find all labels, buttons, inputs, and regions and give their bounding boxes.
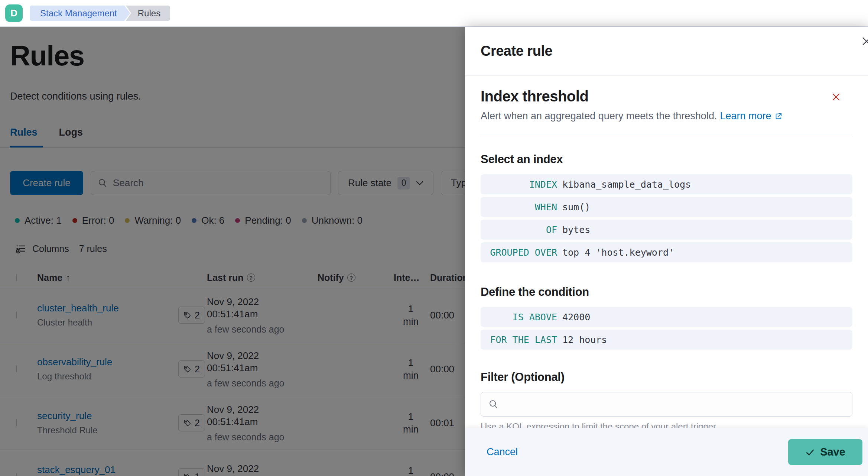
expression-value: bytes [562, 224, 590, 235]
breadcrumb: Stack Management Rules [30, 6, 170, 21]
flyout-close-icon[interactable] [861, 35, 868, 47]
external-link-icon [774, 112, 783, 120]
breadcrumb-stack-management[interactable]: Stack Management [30, 6, 130, 21]
create-rule-flyout: Create rule Index threshold Alert when a… [465, 27, 868, 476]
expression-value: top 4 'host.keyword' [562, 247, 674, 258]
expression-when[interactable]: WHEN sum() [481, 197, 852, 217]
flyout-header: Create rule [465, 27, 868, 75]
expression-grouped-over[interactable]: GROUPED OVER top 4 'host.keyword' [481, 242, 852, 262]
cancel-button[interactable]: Cancel [487, 446, 518, 458]
kql-filter-field[interactable] [481, 392, 852, 417]
expression-keyword: OF [481, 224, 557, 235]
top-navigation-bar: D Stack Management Rules [0, 0, 868, 27]
expression-threshold[interactable]: IS ABOVE 42000 [481, 307, 852, 327]
check-icon [805, 447, 815, 457]
expression-keyword: FOR THE LAST [481, 334, 557, 345]
rule-type-description-text: Alert when an aggregated query meets the… [481, 110, 717, 122]
select-index-heading: Select an index [481, 153, 852, 166]
divider [481, 134, 852, 134]
define-condition-heading: Define the condition [481, 285, 852, 299]
flyout-title: Create rule [481, 43, 552, 59]
expression-index[interactable]: INDEX kibana_sample_data_logs [481, 174, 852, 194]
expression-value: kibana_sample_data_logs [562, 179, 691, 190]
kql-filter-input[interactable] [504, 399, 845, 410]
expression-of[interactable]: OF bytes [481, 220, 852, 240]
search-icon [488, 399, 499, 409]
flyout-body: Index threshold Alert when an aggregated… [465, 75, 868, 432]
filter-heading: Filter (Optional) [481, 370, 852, 384]
save-button[interactable]: Save [788, 439, 862, 465]
expression-keyword: IS ABOVE [481, 312, 557, 323]
breadcrumb-rules: Rules [126, 6, 170, 21]
avatar[interactable]: D [5, 4, 23, 22]
flyout-footer: Cancel Save [465, 428, 868, 476]
learn-more-link[interactable]: Learn more [720, 110, 783, 122]
expression-value: 42000 [562, 312, 590, 323]
save-button-label: Save [820, 446, 845, 458]
flyout-overlay-mask[interactable] [0, 27, 465, 476]
expression-keyword: INDEX [481, 179, 557, 190]
rule-type-title: Index threshold [481, 88, 588, 105]
expression-keyword: GROUPED OVER [481, 247, 557, 258]
expression-time-window[interactable]: FOR THE LAST 12 hours [481, 330, 852, 350]
expression-value: 12 hours [562, 334, 607, 345]
expression-value: sum() [562, 202, 590, 213]
learn-more-label: Learn more [720, 110, 771, 122]
rule-type-remove-icon[interactable] [831, 92, 841, 102]
expression-keyword: WHEN [481, 202, 557, 213]
rule-type-description: Alert when an aggregated query meets the… [481, 110, 852, 122]
